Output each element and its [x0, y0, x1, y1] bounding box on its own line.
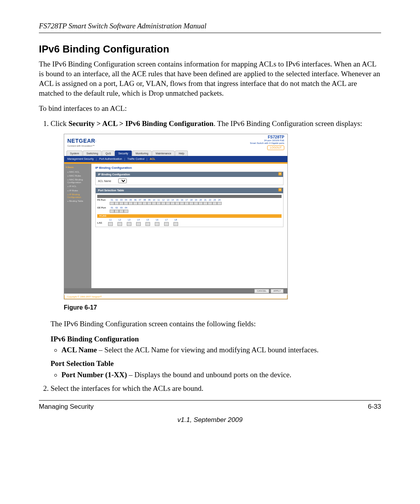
sidebar-item-mac-rules[interactable]: » MAC Rules: [67, 175, 90, 177]
field-acl-name: ACL Name – Select the ACL Name for viewi…: [61, 345, 381, 355]
fe-port-checkbox[interactable]: [203, 202, 208, 205]
fe-port-checkbox[interactable]: [147, 202, 152, 205]
fe-port-checkbox[interactable]: [212, 202, 217, 205]
sidebar-item-binding-table[interactable]: » Binding Table: [67, 200, 90, 203]
fe-port-num: 10: [152, 199, 156, 201]
lead-in: To bind interfaces to an ACL:: [39, 103, 381, 113]
fe-port-checkbox[interactable]: [198, 202, 203, 205]
fe-port-num: 03: [119, 199, 124, 201]
fe-port-num: 24: [217, 199, 222, 201]
apply-button[interactable]: APPLY: [271, 289, 284, 294]
fe-port-checkbox[interactable]: [161, 202, 166, 205]
fe-port-checkbox[interactable]: [175, 202, 180, 205]
lag-checkbox[interactable]: [117, 222, 122, 226]
lag-checkbox[interactable]: [164, 222, 169, 226]
lag-checkbox[interactable]: [127, 222, 131, 226]
help-icon[interactable]: ?: [278, 188, 282, 191]
fe-port-checkbox[interactable]: [152, 202, 156, 205]
fe-port-checkbox[interactable]: [138, 202, 142, 205]
rule-bottom: [39, 400, 381, 401]
subtab-traffic-control[interactable]: Traffic Control: [128, 157, 145, 161]
fe-port-checkbox[interactable]: [133, 202, 138, 205]
tab-system[interactable]: System: [66, 150, 82, 156]
fe-port-checkbox[interactable]: [114, 202, 119, 205]
fe-port-checkbox[interactable]: [166, 202, 170, 205]
lag-header: ▾ LAG: [97, 214, 282, 218]
footer-page: 6-33: [368, 403, 381, 411]
ge-port-checkbox[interactable]: [114, 210, 119, 213]
subtab-mgmt-security[interactable]: Management Security: [67, 157, 94, 161]
lag-checkbox[interactable]: [136, 222, 141, 226]
sidebar-item-mac-acl[interactable]: » MAC ACL: [67, 171, 90, 173]
fe-port-num: 09: [147, 199, 152, 201]
fe-port-checkbox[interactable]: [217, 202, 222, 205]
fe-port-num: 21: [203, 199, 208, 201]
lag-checkbox[interactable]: [173, 222, 178, 226]
figure-caption: Figure 6-17: [64, 303, 381, 312]
tab-qos[interactable]: QoS: [102, 150, 114, 156]
ge-port-num: 03: [119, 206, 124, 209]
fe-port-num: 01: [110, 199, 114, 201]
lag-item: L7: [164, 219, 169, 226]
fe-port-checkbox[interactable]: [142, 202, 147, 205]
cancel-button[interactable]: CANCEL: [254, 289, 269, 294]
fe-port-checkbox[interactable]: [184, 202, 189, 205]
sidebar: ▾ Basic » MAC ACL » MAC Rules » MAC Bind…: [64, 164, 91, 292]
help-icon[interactable]: ?: [278, 172, 282, 175]
acl-name-select[interactable]: [118, 178, 127, 183]
sidebar-item-ip-rules[interactable]: » IP Rules: [67, 189, 90, 192]
subtab-acl[interactable]: ACL: [150, 157, 155, 161]
lag-checkbox[interactable]: [108, 222, 113, 226]
rule-top: [39, 33, 381, 33]
tab-help[interactable]: Help: [175, 150, 187, 156]
fe-port-checkbox[interactable]: [128, 202, 133, 205]
fe-port-num: 22: [208, 199, 212, 201]
fields-intro: The IPv6 Binding Configuration screen co…: [51, 319, 381, 329]
lag-item: L2: [117, 219, 122, 226]
fe-port-checkbox[interactable]: [119, 202, 124, 205]
step-2: Select the interfaces for which the ACLs…: [51, 383, 381, 393]
ge-port-label: GE Port: [97, 206, 108, 210]
fe-port-num: 08: [142, 199, 147, 201]
lag-checkbox[interactable]: [155, 222, 159, 226]
fe-port-num: 06: [133, 199, 138, 201]
panel-ip-binding-config: IP Binding Configuration? ACL Name: [95, 172, 284, 185]
footer-chapter: Managing Security: [39, 403, 94, 411]
fe-port-checkbox[interactable]: [208, 202, 212, 205]
fe-port-num: 07: [138, 199, 142, 201]
subtab-port-auth[interactable]: Port Authentication: [99, 157, 122, 161]
ge-port-checkbox[interactable]: [110, 210, 114, 213]
sidebar-item-ip-binding[interactable]: » IP Binding Configuration: [67, 193, 90, 199]
fe-port-checkbox[interactable]: [189, 202, 194, 205]
sidebar-item-mac-binding[interactable]: » MAC Binding Configuration: [67, 178, 90, 184]
lag-checkbox[interactable]: [145, 222, 150, 226]
section-title: IPv6 Binding Configuration: [39, 43, 381, 55]
fe-port-num: 15: [175, 199, 180, 201]
fe-port-label: FE Port: [97, 199, 108, 202]
fe-port-num: 19: [194, 199, 198, 201]
fe-port-checkbox[interactable]: [156, 202, 161, 205]
logout-button[interactable]: LOGOUT: [267, 145, 284, 150]
fe-port-num: 18: [189, 199, 194, 201]
fe-port-num: 04: [124, 199, 128, 201]
fe-port-num: 13: [166, 199, 170, 201]
model-block: FS728TP 24-port 10/100 PoE Smart Switch …: [250, 135, 284, 150]
tab-switching[interactable]: Switching: [83, 150, 102, 156]
field-port-number: Port Number (1-XX) – Displays the bound …: [61, 370, 381, 380]
acl-name-label: ACL Name: [98, 179, 111, 183]
fe-port-checkbox[interactable]: [110, 202, 114, 205]
lag-item: L5: [145, 219, 150, 226]
ge-port-checkbox[interactable]: [124, 210, 128, 213]
fe-port-checkbox[interactable]: [170, 202, 175, 205]
fe-port-checkbox[interactable]: [124, 202, 128, 205]
fe-port-num: 16: [180, 199, 184, 201]
tab-monitoring[interactable]: Monitoring: [132, 150, 152, 156]
tab-maintenance[interactable]: Maintenance: [152, 150, 175, 156]
fe-port-checkbox[interactable]: [194, 202, 198, 205]
fe-port-checkbox[interactable]: [180, 202, 184, 205]
sidebar-item-ip-acl[interactable]: » IP ACL: [67, 185, 90, 188]
tab-security[interactable]: Security: [115, 150, 131, 156]
ge-port-checkbox[interactable]: [119, 210, 124, 213]
fe-port-num: 20: [198, 199, 203, 201]
panel-port-selection: Port Selection Table? FE Port 0102030405…: [95, 187, 284, 227]
